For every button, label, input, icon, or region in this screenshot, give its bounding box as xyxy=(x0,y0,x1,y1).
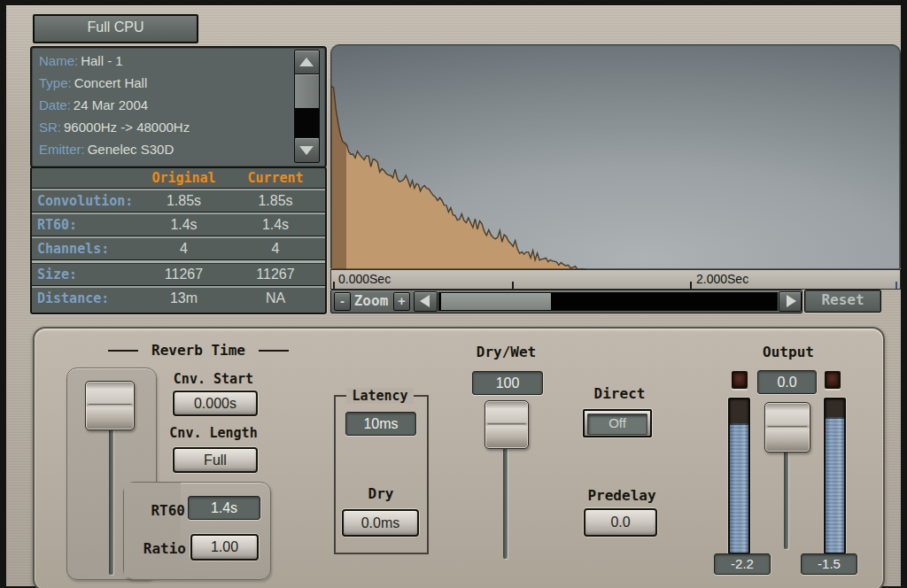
dry-delay-button[interactable]: 0.0ms xyxy=(342,509,419,537)
arrow-right-icon xyxy=(787,295,796,307)
stats-current-value: Current xyxy=(226,170,325,186)
output-gain-display: 0.0 xyxy=(757,370,817,394)
zoom-label: Zoom xyxy=(351,291,391,311)
stats-original-value: 11267 xyxy=(142,267,226,282)
stats-current-value: 11267 xyxy=(226,267,325,282)
stats-original-value: 1.4s xyxy=(142,217,226,233)
cnv-length-label: Cnv. Length xyxy=(160,425,267,441)
stats-current-value: 1.4s xyxy=(226,217,325,233)
info-line: Type:Concert Hall xyxy=(32,72,297,94)
full-cpu-button[interactable]: Full CPU xyxy=(33,14,198,43)
output-left-clip-led xyxy=(732,371,748,389)
title-dash-left xyxy=(108,350,138,352)
panel-join-patch xyxy=(124,483,181,577)
stats-current-value: NA xyxy=(226,290,325,306)
scroll-left-button[interactable] xyxy=(414,291,438,312)
title-dash-right xyxy=(259,350,289,352)
stats-row-label: Size: xyxy=(32,267,142,282)
ratio-label: Ratio xyxy=(135,540,186,557)
cnv-length-button[interactable]: Full xyxy=(173,447,258,473)
direct-toggle-button[interactable]: Off xyxy=(583,409,652,437)
info-line: Emitter:Genelec S30D xyxy=(32,138,297,160)
dry-wet-title: Dry/Wet xyxy=(464,344,548,360)
info-line: Date:24 Mar 2004 xyxy=(32,94,297,116)
info-field-label: Emitter: xyxy=(39,142,85,157)
meter-fill-right xyxy=(826,417,844,553)
stats-original-value: 1.85s xyxy=(142,193,226,209)
ratio-button[interactable]: 1.00 xyxy=(190,534,259,561)
info-field-label: Type: xyxy=(39,75,72,90)
output-meter-left xyxy=(728,398,750,554)
direct-title: Direct xyxy=(582,385,657,402)
stats-original-value: 13m xyxy=(142,290,226,306)
ir-info-lines: Name:Hall - 1Type:Concert HallDate:24 Ma… xyxy=(32,50,297,160)
waveform-scrollbar-track[interactable] xyxy=(438,292,778,311)
cnv-start-label: Cnv. Start xyxy=(164,371,263,387)
stats-original-value: Original xyxy=(142,170,226,186)
rt60-display: 1.4s xyxy=(188,496,260,520)
info-field-value: 96000Hz -> 48000Hz xyxy=(64,120,190,135)
waveform-display[interactable] xyxy=(330,44,901,270)
stats-row-label: Convolution: xyxy=(32,193,142,209)
reverb-time-fader-track[interactable] xyxy=(109,422,113,575)
stats-original-value: 4 xyxy=(142,241,226,257)
predelay-button[interactable]: 0.0 xyxy=(584,508,657,537)
ir-stats-table: OriginalCurrentConvolution:1.85s1.85sRT6… xyxy=(30,166,327,314)
dry-label: Dry xyxy=(358,485,404,502)
info-field-label: SR: xyxy=(39,120,61,135)
reverb-time-fader-handle[interactable] xyxy=(85,381,135,430)
cnv-start-button[interactable]: 0.000s xyxy=(173,391,258,416)
info-field-value: 24 Mar 2004 xyxy=(74,97,148,112)
output-right-clip-led xyxy=(825,371,841,389)
stats-row: Distance:13mNA xyxy=(32,288,325,309)
stats-row-label: Distance: xyxy=(32,290,142,306)
output-fader-handle[interactable] xyxy=(764,402,810,453)
zoom-out-button[interactable]: - xyxy=(334,292,351,311)
rt60-label: RT60 xyxy=(137,502,185,519)
output-left-db-display: -2.2 xyxy=(714,553,771,575)
latency-display[interactable]: 10ms xyxy=(345,412,416,436)
arrow-up-icon xyxy=(299,58,314,66)
dry-wet-fader-track[interactable] xyxy=(503,444,508,559)
info-scrollbar[interactable] xyxy=(293,49,319,162)
stats-current-value: 4 xyxy=(226,241,325,257)
reverb-time-title: Reverb Time xyxy=(110,342,287,359)
scroll-down-button[interactable] xyxy=(294,137,320,163)
ruler-tick xyxy=(333,282,335,289)
impulse-response-envelope xyxy=(331,45,900,269)
stats-row-label: RT60: xyxy=(32,217,142,233)
latency-title: Latency xyxy=(346,388,414,404)
info-field-label: Name: xyxy=(39,53,78,68)
ruler-label-start: 0.000Sec xyxy=(338,272,391,286)
predelay-title: Predelay xyxy=(582,487,662,504)
info-field-value: Concert Hall xyxy=(74,75,148,90)
plugin-window-frame: Full CPU Name:Hall - 1Type:Concert HallD… xyxy=(0,0,907,588)
dry-wet-display: 100 xyxy=(472,371,543,395)
plugin-window: Full CPU Name:Hall - 1Type:Concert HallD… xyxy=(6,5,901,586)
arrow-down-icon xyxy=(299,146,314,155)
ruler-tick xyxy=(690,282,692,289)
stats-row: RT60:1.4s1.4s xyxy=(32,214,325,236)
output-fader-track[interactable] xyxy=(784,448,788,549)
arrow-left-icon xyxy=(420,295,430,307)
output-title: Output xyxy=(756,344,820,360)
controls-panel: Reverb Time Cnv. Start 0.000s Cnv. Lengt… xyxy=(33,327,885,588)
scroll-right-button[interactable] xyxy=(779,291,802,312)
info-field-value: Hall - 1 xyxy=(81,53,123,68)
scroll-track[interactable] xyxy=(294,74,320,138)
zoom-in-button[interactable]: + xyxy=(393,292,410,311)
ir-info-panel: Name:Hall - 1Type:Concert HallDate:24 Ma… xyxy=(30,46,327,168)
zoom-toolbar: - Zoom + xyxy=(330,290,802,313)
dry-wet-fader-handle[interactable] xyxy=(485,400,529,449)
stats-current-value: 1.85s xyxy=(226,193,325,209)
ruler-tick xyxy=(512,282,514,289)
ruler-tick xyxy=(895,282,897,289)
reset-button[interactable]: Reset xyxy=(804,290,881,313)
info-line: SR:96000Hz -> 48000Hz xyxy=(32,116,297,138)
scroll-thumb[interactable] xyxy=(295,74,319,108)
waveform-scrollbar-thumb[interactable] xyxy=(441,293,551,310)
output-right-db-display: -1.5 xyxy=(801,553,857,575)
scroll-up-button[interactable] xyxy=(294,50,320,75)
stats-header-row: OriginalCurrent xyxy=(32,168,325,188)
direct-toggle-value: Off xyxy=(587,414,647,435)
